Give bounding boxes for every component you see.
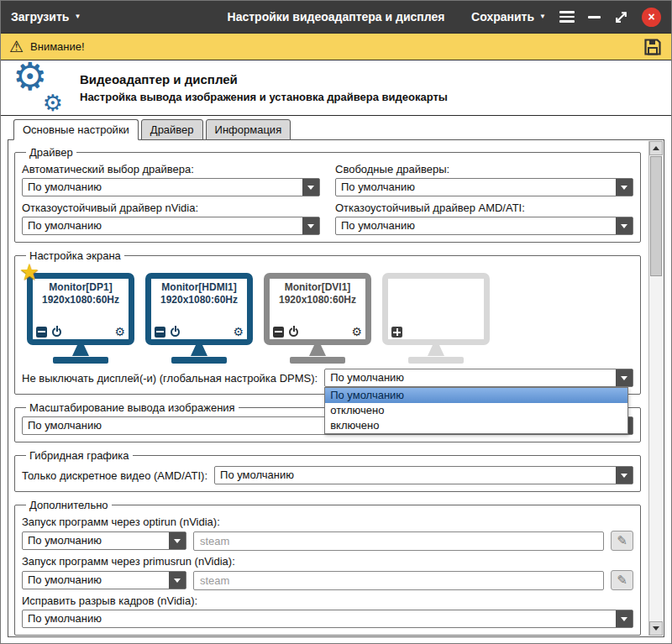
titlebar: Настройки видеоадаптера и дисплея Загруз… [1,1,671,33]
monitor-settings-icon[interactable]: ⚙ [114,326,125,338]
combo-arrow-button[interactable] [616,369,633,386]
optirun-select[interactable]: По умолчанию [22,531,186,550]
combo-arrow-button[interactable] [169,532,186,549]
extra-group-legend: Дополнительно [26,499,112,511]
monitor-screen[interactable]: Monitor[HDMI1] 1920x1080:60Hz ⚙ [145,273,253,345]
combo-value: По умолчанию [336,217,616,234]
chevron-down-icon [307,224,314,228]
save-file-icon[interactable] [643,37,663,57]
warning-icon: ⚠ [9,39,24,55]
dpms-label: Не выключать дисплей(-и) (глобальная нас… [22,372,318,385]
dpms-select[interactable]: По умолчанию По умолчанию отключено вклю… [324,369,633,387]
monitor-add-button[interactable] [391,327,402,338]
monitor-add-slot[interactable] [382,273,490,364]
screen-group-legend: Настройка экрана [26,249,124,262]
free-drivers-select[interactable]: По умолчанию [335,178,633,196]
monitor-base [408,357,464,364]
optirun-apps-input[interactable] [193,531,604,551]
monitor-stand [428,345,444,356]
minimize-button[interactable] [588,16,601,18]
triangle-down-icon [653,626,659,631]
chevron-down-icon: ▼ [539,13,546,20]
combo-arrow-button[interactable] [302,179,319,196]
combo-arrow-button[interactable] [616,217,633,234]
combo-value: По умолчанию [23,179,302,196]
chevron-down-icon [307,186,314,190]
monitor-settings-icon[interactable]: ⚙ [351,326,362,338]
combo-value: По умолчанию [23,532,169,549]
primusrun-apps-input[interactable] [193,571,604,590]
resize-window-icon[interactable] [614,10,628,24]
pencil-icon: ✎ [617,533,627,548]
close-button[interactable]: × [642,8,661,27]
optirun-label: Запуск программ через optirun (nVidia): [22,516,633,528]
combo-value: По умолчанию [23,610,616,627]
scrollbar-thumb[interactable] [650,156,662,276]
monitor-remove-button[interactable] [273,327,284,338]
combo-arrow-button[interactable] [169,572,186,589]
monitor-screen [382,273,490,345]
tab-main-settings[interactable]: Основные настройки [13,119,139,140]
dropdown-option-on[interactable]: включено [325,418,627,433]
monitor-screen[interactable]: Monitor[DVI1] 1920x1080:60Hz ⚙ [264,273,371,345]
field-label: Отказоустойчивый драйвер nVidia: [22,202,320,214]
discrete-video-select[interactable]: По умолчанию [214,466,633,484]
monitor-stand [191,345,207,356]
page-header: ⚙ ⚙ Видеоадаптер и дисплей Настройка выв… [1,60,671,116]
primusrun-edit-button[interactable]: ✎ [611,570,633,590]
monitor-base [53,357,108,364]
monitor-base [171,357,227,364]
app-window: Настройки видеоадаптера и дисплея Загруз… [0,0,672,644]
monitor-name: Monitor[HDMI1] [151,281,247,294]
combo-arrow-button[interactable] [616,610,633,627]
combo-arrow-button[interactable] [616,179,633,196]
monitor-dp1[interactable]: ★ Monitor[DP1] 1920x1080:60Hz ⚙ [27,273,134,364]
dropdown-option-default[interactable]: По умолчанию [325,388,627,403]
dropdown-option-off[interactable]: отключено [325,403,627,418]
monitor-power-icon[interactable] [289,327,298,337]
monitor-name: Monitor[DVI1] [270,281,365,294]
monitor-resolution: 1920x1080:60Hz [151,294,247,306]
monitor-dvi1[interactable]: Monitor[DVI1] 1920x1080:60Hz ⚙ [264,273,371,364]
auto-driver-select[interactable]: По умолчанию [22,178,320,196]
combo-value: По умолчанию [215,467,616,484]
monitor-remove-button[interactable] [155,327,165,338]
monitor-power-icon[interactable] [171,327,180,337]
chevron-down-icon [621,617,627,621]
tab-driver[interactable]: Драйвер [141,119,203,140]
tab-information[interactable]: Информация [206,119,291,140]
monitor-screen[interactable]: Monitor[DP1] 1920x1080:60Hz ⚙ [27,273,134,345]
hybrid-group: Гибридная графика Только дискретное виде… [14,449,641,492]
monitor-hdmi1[interactable]: Monitor[HDMI1] 1920x1080:60Hz ⚙ [145,273,253,364]
primusrun-select[interactable]: По умолчанию [22,571,186,589]
optirun-edit-button[interactable]: ✎ [611,531,633,551]
scroll-down-button[interactable] [649,621,663,636]
combo-arrow-button[interactable] [302,217,319,234]
save-menu-button[interactable]: Сохранить ▼ [471,10,546,24]
failsafe-nvidia-select[interactable]: По умолчанию [22,217,320,235]
warning-text: Внимание! [30,40,85,53]
dpms-row: Не выключать дисплей(-и) (глобальная нас… [22,369,633,387]
chevron-down-icon [174,539,181,543]
monitor-resolution: 1920x1080:60Hz [270,294,365,306]
monitor-stand [72,345,89,356]
field-label: Свободные драйверы: [335,163,633,175]
screen-group: Настройка экрана ★ Monitor[DP1] 1920x108… [14,249,641,395]
scroll-up-button[interactable] [649,141,663,155]
load-menu-button[interactable]: Загрузить ▼ [11,10,81,24]
chevron-down-icon [621,474,627,478]
monitor-power-icon[interactable] [52,327,61,337]
page-title: Видеоадаптер и дисплей [80,72,448,86]
failsafe-amd-select[interactable]: По умолчанию [335,217,633,235]
monitor-base [290,357,345,364]
combo-value: По умолчанию [336,179,616,196]
vertical-scrollbar[interactable] [648,141,663,636]
chevron-down-icon [174,579,181,583]
monitor-settings-icon[interactable]: ⚙ [233,326,244,338]
monitor-remove-button[interactable] [36,327,47,338]
combo-arrow-button[interactable] [616,467,633,484]
primary-star-icon: ★ [19,261,39,284]
tearing-select[interactable]: По умолчанию [22,610,633,628]
hamburger-menu-icon[interactable] [559,8,575,25]
monitor-stand [309,345,326,356]
